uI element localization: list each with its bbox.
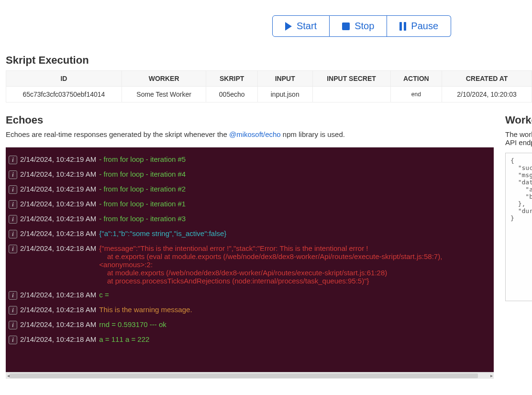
- start-label: Start: [297, 21, 317, 32]
- log-message: - from for loop - iteration #2: [99, 185, 186, 193]
- console-hscroll[interactable]: ◂ ▸: [6, 372, 494, 379]
- log-timestamp: 2/14/2024, 10:42:18 AM: [20, 335, 96, 343]
- start-button[interactable]: Start: [272, 15, 330, 37]
- log-row: i2/14/2024, 10:42:19 AM- from for loop -…: [9, 212, 491, 226]
- log-message: - from for loop - iteration #5: [99, 155, 186, 163]
- log-row: i2/14/2024, 10:42:19 AM- from for loop -…: [9, 152, 491, 167]
- log-timestamp: 2/14/2024, 10:42:19 AM: [20, 155, 96, 163]
- echo-console[interactable]: i2/14/2024, 10:42:19 AM- from for loop -…: [6, 147, 494, 372]
- scroll-thumb[interactable]: [10, 373, 478, 378]
- th-worker: WORKER: [122, 71, 206, 87]
- log-message: - from for loop - iteration #4: [99, 170, 186, 178]
- exec-table-wrap: ID WORKER SKRIPT INPUT INPUT SECRET ACTI…: [6, 70, 532, 102]
- control-button-group: Start Stop Pause: [272, 15, 451, 37]
- log-timestamp: 2/14/2024, 10:42:18 AM: [20, 305, 96, 314]
- info-icon[interactable]: i: [9, 321, 17, 329]
- log-timestamp: 2/14/2024, 10:42:19 AM: [20, 185, 96, 193]
- info-icon[interactable]: i: [9, 156, 17, 164]
- th-id: ID: [6, 71, 122, 87]
- exec-row: 65c73fc3cfc03750ebf14014 Some Test Worke…: [6, 87, 532, 102]
- info-icon[interactable]: i: [9, 200, 17, 209]
- info-icon[interactable]: i: [9, 306, 17, 315]
- log-message: a = 111 a = 222: [99, 335, 149, 343]
- echoes-description: Echoes are real-time responses generated…: [6, 130, 494, 138]
- log-row: i2/14/2024, 10:42:19 AM- from for loop -…: [9, 167, 491, 182]
- control-bar: Start Stop Pause: [0, 15, 532, 37]
- info-icon[interactable]: i: [9, 245, 17, 253]
- cell-created-at: 2/10/2024, 10:20:03: [442, 87, 532, 102]
- cell-skript: 005echo: [206, 87, 258, 102]
- log-message: {"a":1,"b":"some string","is_active":fal…: [99, 229, 226, 237]
- worker-title: Worke: [505, 114, 532, 126]
- info-icon[interactable]: i: [9, 336, 17, 344]
- pause-label: Pause: [411, 21, 438, 32]
- cell-id: 65c73fc3cfc03750ebf14014: [6, 87, 122, 102]
- info-icon[interactable]: i: [9, 185, 17, 194]
- th-created-at: CREATED AT: [442, 71, 532, 87]
- stop-label: Stop: [355, 21, 374, 32]
- info-icon[interactable]: i: [9, 215, 17, 224]
- pause-icon: [399, 22, 406, 31]
- worker-output[interactable]: { "succ "msg" "data "a" "b" }, "dura }: [505, 153, 532, 301]
- play-icon: [285, 22, 292, 31]
- log-row: i2/14/2024, 10:42:18 AM{"a":1,"b":"some …: [9, 226, 491, 241]
- log-message: - from for loop - iteration #1: [99, 200, 186, 208]
- pause-button[interactable]: Pause: [387, 15, 451, 37]
- log-timestamp: 2/14/2024, 10:42:18 AM: [20, 244, 96, 252]
- log-row: i2/14/2024, 10:42:19 AM- from for loop -…: [9, 182, 491, 197]
- cell-worker: Some Test Worker: [122, 87, 206, 102]
- stop-button[interactable]: Stop: [330, 15, 387, 37]
- log-message: This is the warning message.: [99, 305, 192, 314]
- log-message: c =: [99, 291, 109, 299]
- info-icon[interactable]: i: [9, 170, 17, 179]
- log-message: - from for loop - iteration #3: [99, 214, 186, 223]
- info-icon[interactable]: i: [9, 230, 17, 238]
- log-message: rnd = 0.593170 --- ok: [99, 320, 166, 328]
- exec-title: Skript Execution: [6, 54, 532, 67]
- lower-area: Echoes Echoes are real-time responses ge…: [6, 114, 532, 379]
- log-row: i2/14/2024, 10:42:18 AMrnd = 0.593170 --…: [9, 317, 491, 332]
- th-action: ACTION: [390, 71, 442, 87]
- log-row: i2/14/2024, 10:42:18 AM{"message":"This …: [9, 241, 491, 288]
- echoes-desc-pre: Echoes are real-time responses generated…: [6, 130, 229, 138]
- th-input-secret: INPUT SECRET: [312, 71, 390, 87]
- log-timestamp: 2/14/2024, 10:42:18 AM: [20, 229, 96, 237]
- log-timestamp: 2/14/2024, 10:42:19 AM: [20, 200, 96, 208]
- log-row: i2/14/2024, 10:42:18 AMThis is the warni…: [9, 303, 491, 317]
- scroll-right-icon[interactable]: ▸: [489, 373, 494, 378]
- cell-input: input.json: [257, 87, 312, 102]
- echo-lib-link[interactable]: @mikosoft/echo: [229, 130, 281, 138]
- worker-description: The worke API endpo: [505, 130, 532, 147]
- exec-table: ID WORKER SKRIPT INPUT INPUT SECRET ACTI…: [6, 70, 532, 102]
- cell-input-secret: [312, 87, 390, 102]
- log-timestamp: 2/14/2024, 10:42:18 AM: [20, 291, 96, 299]
- stop-icon: [342, 23, 350, 30]
- log-row: i2/14/2024, 10:42:18 AMc =: [9, 288, 491, 303]
- log-row: i2/14/2024, 10:42:18 AMa = 111 a = 222: [9, 332, 491, 347]
- th-skript: SKRIPT: [206, 71, 258, 87]
- log-message: {"message":"This is the intentional erro…: [99, 244, 491, 285]
- echoes-desc-post: npm library is used.: [281, 130, 345, 138]
- log-row: i2/14/2024, 10:42:19 AM- from for loop -…: [9, 197, 491, 212]
- log-timestamp: 2/14/2024, 10:42:18 AM: [20, 320, 96, 328]
- log-timestamp: 2/14/2024, 10:42:19 AM: [20, 170, 96, 178]
- info-icon[interactable]: i: [9, 291, 17, 300]
- worker-desc-2: API endpo: [505, 138, 532, 147]
- cell-action: end: [390, 87, 442, 102]
- echoes-title: Echoes: [6, 114, 494, 126]
- worker-desc-1: The worke: [505, 130, 532, 138]
- log-timestamp: 2/14/2024, 10:42:19 AM: [20, 214, 96, 223]
- th-input: INPUT: [257, 71, 312, 87]
